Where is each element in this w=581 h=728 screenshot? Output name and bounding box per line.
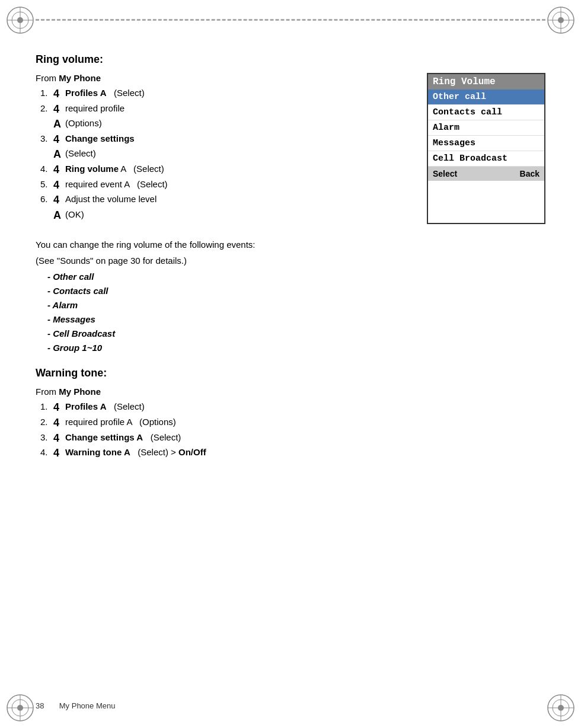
phone-screen: Ring Volume Other call Contacts call Ala… bbox=[427, 73, 545, 224]
corner-decoration-tl bbox=[5, 5, 36, 36]
warning-tone-from-line: From My Phone bbox=[36, 387, 545, 397]
description-intro: You can change the ring volume of the fo… bbox=[36, 238, 545, 252]
warning-tone-steps: 1. 4 Profiles A (Select) 2. 4 required p… bbox=[40, 401, 545, 459]
phone-screen-item-contacts-call: Contacts call bbox=[428, 105, 544, 120]
section-label: My Phone Menu bbox=[59, 701, 116, 710]
wt-step-2: 2. 4 required profile A (Options) bbox=[40, 417, 545, 430]
description-see: (See "Sounds" on page 30 for details.) bbox=[36, 254, 545, 268]
main-content: Ring volume: From My Phone 1. 4 Profiles… bbox=[36, 53, 545, 692]
corner-decoration-bl bbox=[5, 692, 36, 723]
wt-step-4: 4. 4 Warning tone A (Select) > On/Off bbox=[40, 447, 545, 460]
bullet-group: Group 1~10 bbox=[47, 341, 545, 355]
wt-from-bold: My Phone bbox=[59, 387, 101, 397]
top-dashed-line bbox=[36, 19, 545, 21]
step-6: 6. 4 Adjust the volume level bbox=[40, 194, 415, 207]
from-text: From bbox=[36, 73, 59, 83]
warning-tone-section: Warning tone: From My Phone 1. 4 Profile… bbox=[36, 367, 545, 459]
from-bold: My Phone bbox=[59, 73, 101, 83]
ring-volume-steps: 1. 4 Profiles A (Select) 2. 4 required p… bbox=[40, 88, 415, 222]
ring-volume-description: You can change the ring volume of the fo… bbox=[36, 238, 545, 355]
wt-from-text: From bbox=[36, 387, 59, 397]
warning-tone-heading: Warning tone: bbox=[36, 367, 545, 379]
step-6b: A (OK) bbox=[40, 209, 415, 222]
event-list: Other call Contacts call Alarm Messages … bbox=[47, 270, 545, 355]
ring-volume-heading: Ring volume: bbox=[36, 53, 545, 66]
phone-screen-item-alarm: Alarm bbox=[428, 120, 544, 136]
bullet-cell-broadcast: Cell Broadcast bbox=[47, 327, 545, 341]
step-4: 4. 4 Ring volume A (Select) bbox=[40, 164, 415, 177]
phone-screen-title: Ring Volume bbox=[428, 74, 544, 90]
phone-screen-item-other-call: Other call bbox=[428, 90, 544, 105]
page-footer: 38 My Phone Menu bbox=[36, 701, 115, 710]
warning-tone-instructions: From My Phone 1. 4 Profiles A (Select) 2… bbox=[36, 387, 545, 459]
corner-decoration-br bbox=[545, 692, 576, 723]
ring-volume-content-block: From My Phone 1. 4 Profiles A (Select) 2… bbox=[36, 73, 545, 224]
phone-screen-back: Back bbox=[520, 169, 540, 178]
phone-screen-select: Select bbox=[433, 169, 457, 178]
ring-volume-instructions: From My Phone 1. 4 Profiles A (Select) 2… bbox=[36, 73, 415, 224]
ring-volume-section: Ring volume: From My Phone 1. 4 Profiles… bbox=[36, 53, 545, 355]
wt-step-1: 1. 4 Profiles A (Select) bbox=[40, 401, 545, 414]
bullet-alarm: Alarm bbox=[47, 298, 545, 312]
step-2b: A (Options) bbox=[40, 118, 415, 131]
page-number: 38 bbox=[36, 701, 44, 710]
step-5: 5. 4 required event A (Select) bbox=[40, 179, 415, 192]
step-2: 2. 4 required profile bbox=[40, 103, 415, 116]
step-1: 1. 4 Profiles A (Select) bbox=[40, 88, 415, 101]
wt-step-3: 3. 4 Change settings A (Select) bbox=[40, 432, 545, 445]
phone-screen-item-cell-broadcast: Cell Broadcast bbox=[428, 151, 544, 167]
step-3: 3. 4 Change settings bbox=[40, 133, 415, 146]
bullet-messages: Messages bbox=[47, 312, 545, 327]
phone-screen-footer: Select Back bbox=[428, 167, 544, 181]
corner-decoration-tr bbox=[545, 5, 576, 36]
ring-volume-from-line: From My Phone bbox=[36, 73, 415, 83]
phone-screen-item-messages: Messages bbox=[428, 136, 544, 151]
bullet-contacts-call: Contacts call bbox=[47, 284, 545, 298]
bullet-other-call: Other call bbox=[47, 270, 545, 284]
step-3b: A (Select) bbox=[40, 148, 415, 161]
